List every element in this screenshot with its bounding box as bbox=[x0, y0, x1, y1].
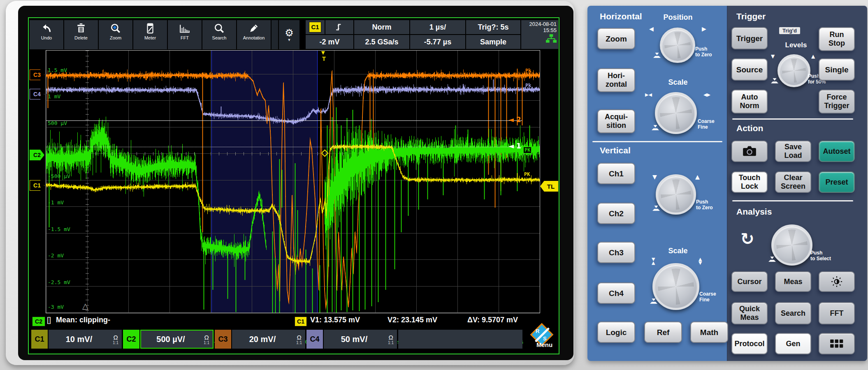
auto-norm-button[interactable]: Auto Norm bbox=[731, 90, 768, 113]
ch4-badge[interactable]: C4 bbox=[306, 330, 323, 349]
screenshot-button[interactable] bbox=[731, 141, 768, 162]
horizontal-scale-knob[interactable] bbox=[655, 92, 697, 134]
ch2-button[interactable]: Ch2 bbox=[597, 203, 635, 224]
meas-button[interactable]: Meas bbox=[775, 271, 811, 292]
cursor1-handle[interactable]: ◄ 1 bbox=[508, 142, 521, 150]
single-button[interactable]: Single bbox=[819, 58, 855, 81]
ch3-scale-cell[interactable]: 20 mV/ Ω1:1 bbox=[232, 330, 305, 349]
navigation-knob[interactable] bbox=[771, 224, 812, 266]
cursor2-line[interactable] bbox=[46, 120, 522, 121]
ch3-badge[interactable]: C3 bbox=[215, 330, 231, 349]
trigger-level-cell[interactable]: -2 mV bbox=[306, 35, 353, 49]
apps-button[interactable] bbox=[819, 333, 855, 354]
ch1-button[interactable]: Ch1 bbox=[597, 163, 635, 184]
ref-button[interactable]: Ref bbox=[644, 321, 682, 343]
gen-button[interactable]: Gen bbox=[775, 333, 811, 354]
section-divider bbox=[592, 141, 722, 142]
channel-marker-c1[interactable]: C1 bbox=[30, 180, 44, 191]
ch1-badge[interactable]: C1 bbox=[31, 330, 48, 349]
search-button[interactable]: Search bbox=[202, 20, 236, 49]
horizontal-position-knob[interactable] bbox=[660, 28, 695, 63]
ch3-impedance: Ω bbox=[293, 335, 305, 340]
trigger-mode: Norm bbox=[372, 23, 391, 32]
channel-marker-c4[interactable]: C4 bbox=[30, 89, 44, 99]
search-icon bbox=[214, 23, 225, 34]
trigger-source-cell[interactable]: C1 bbox=[306, 20, 325, 34]
undo-icon bbox=[41, 23, 52, 34]
protocol-button[interactable]: Protocol bbox=[731, 333, 768, 354]
acquisition-button[interactable]: Acqui- sition bbox=[597, 109, 635, 133]
trigger-level-badge[interactable]: TL bbox=[540, 181, 558, 192]
measurement-text[interactable]: Mean: clipping- bbox=[56, 316, 110, 324]
horizontal-button[interactable]: Hori- zontal bbox=[597, 68, 635, 92]
channel-bar-filler bbox=[398, 330, 522, 349]
fft-panel-button[interactable]: FFT bbox=[819, 302, 855, 324]
ch2-scale-cell[interactable]: 500 µV/ Ω1:1 bbox=[140, 330, 214, 349]
save-load-button[interactable]: Save Load bbox=[775, 141, 811, 162]
timebase-cell[interactable]: 1 µs/ bbox=[410, 20, 465, 34]
pk-label-c4: Pk bbox=[525, 83, 531, 88]
ch1-scale-cell[interactable]: 10 mV/ Ω1:1 bbox=[49, 330, 122, 349]
pk-label-c3: Pk bbox=[525, 68, 531, 74]
cursor-dv-value: ΔV: 9.5707 mV bbox=[467, 316, 518, 324]
datetime-cell[interactable]: 2024-08-01 15:55 bbox=[521, 20, 558, 49]
trigger-source-button[interactable]: Source bbox=[731, 58, 768, 81]
delete-button[interactable]: Delete bbox=[64, 20, 98, 49]
ch1-scale: 10 mV/ bbox=[49, 335, 109, 344]
rs-logo-r: R bbox=[536, 328, 539, 334]
trigger-level-value: -2 mV bbox=[319, 38, 339, 46]
ch4-button[interactable]: Ch4 bbox=[597, 282, 635, 304]
action-section-title: Action bbox=[736, 123, 763, 133]
cursor2-handle[interactable]: ◄ 2 bbox=[508, 116, 521, 124]
force-trigger-button[interactable]: Force Trigger bbox=[819, 90, 855, 113]
intensity-button[interactable] bbox=[819, 271, 855, 292]
cursor-button[interactable]: Cursor bbox=[731, 271, 768, 292]
touch-icon bbox=[652, 206, 660, 211]
samplerate-cell[interactable]: 2.5 GSa/s bbox=[354, 35, 409, 49]
menu-button[interactable]: Menu bbox=[536, 341, 552, 348]
trash-icon bbox=[76, 23, 86, 34]
ch2-badge[interactable]: C2 bbox=[123, 330, 139, 349]
clear-screen-button[interactable]: Clear Screen bbox=[775, 171, 811, 193]
vertical-position-knob[interactable] bbox=[656, 174, 696, 215]
acquisition-mode-cell[interactable]: Sample bbox=[466, 35, 520, 49]
undo-button[interactable]: Undo bbox=[30, 20, 63, 49]
logic-button[interactable]: Logic bbox=[597, 321, 635, 343]
analysis-search-button[interactable]: Search bbox=[775, 302, 811, 324]
trigger-source-badge: C1 bbox=[309, 22, 321, 32]
ch2-impedance: Ω bbox=[200, 335, 213, 340]
autoset-button[interactable]: Autoset bbox=[819, 141, 855, 162]
samplerate-value: 2.5 GSa/s bbox=[365, 38, 398, 46]
annotation-button[interactable]: Annotation bbox=[237, 20, 271, 49]
settings-button[interactable]: ⚙ ▼ bbox=[279, 20, 299, 49]
horizontal-position-cell[interactable]: -5.77 µs bbox=[410, 35, 465, 49]
ch3-button[interactable]: Ch3 bbox=[597, 242, 635, 263]
run-stop-button[interactable]: Run Stop bbox=[819, 27, 855, 51]
preset-button[interactable]: Preset bbox=[819, 171, 855, 193]
horizontal-scale-label: Scale bbox=[649, 78, 707, 87]
touch-icon bbox=[768, 257, 776, 262]
waveform-display[interactable]: 1.5 mV 1 mV 500 µV 0 V -500 µV -1 mV -1.… bbox=[46, 50, 540, 313]
trigger-level-knob[interactable] bbox=[777, 54, 810, 87]
cursor1-line[interactable] bbox=[46, 147, 522, 147]
zoom-tool-button[interactable]: Zoom bbox=[99, 20, 132, 49]
channel-marker-c3[interactable]: C3 bbox=[30, 69, 44, 80]
math-button[interactable]: Math bbox=[690, 321, 728, 343]
pk-label-c1: PK bbox=[523, 171, 531, 177]
trigger-mode-cell[interactable]: Norm bbox=[354, 20, 409, 34]
trigger-slope-cell[interactable] bbox=[325, 20, 353, 34]
meter-button[interactable]: Meter bbox=[133, 20, 167, 49]
quick-meas-button[interactable]: Quick Meas bbox=[731, 302, 768, 324]
channel-marker-c2[interactable]: C2 bbox=[30, 150, 44, 160]
trigger-status-cell[interactable]: Trig?: 5s bbox=[466, 20, 520, 34]
ch2-scale: 500 µV/ bbox=[141, 335, 200, 344]
fft-button[interactable]: FFT bbox=[168, 20, 202, 49]
ch4-scale-cell[interactable]: 50 mV/ Ω1:1 bbox=[324, 330, 397, 349]
touch-lock-button[interactable]: Touch Lock bbox=[731, 171, 768, 193]
instrument-frame: Undo Delete Zoom Meter FFT Search bbox=[6, 1, 574, 365]
vertical-scale-knob[interactable] bbox=[652, 263, 699, 310]
waveform-canvas[interactable] bbox=[46, 51, 540, 313]
trigger-menu-button[interactable]: Trigger bbox=[731, 27, 768, 49]
horizontal-zoom-button[interactable]: Zoom bbox=[597, 28, 635, 49]
cursor-v2-value: V2: 23.145 mV bbox=[388, 316, 437, 324]
